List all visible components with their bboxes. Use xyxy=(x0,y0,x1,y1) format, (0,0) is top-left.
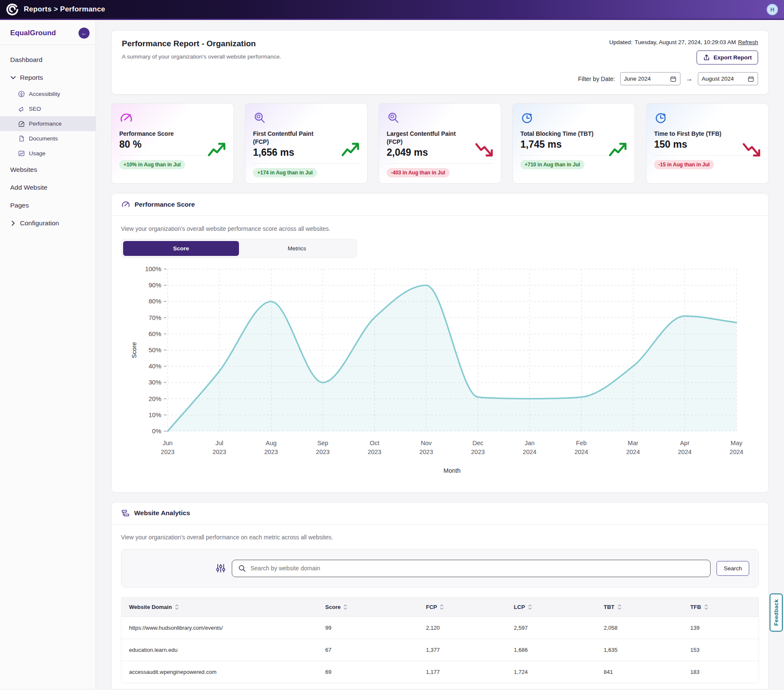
breadcrumb: Reports > Performance xyxy=(24,5,105,14)
svg-text:2023: 2023 xyxy=(264,449,278,455)
tab-metrics[interactable]: Metrics xyxy=(239,241,355,256)
sidebar-item-label: Configuration xyxy=(20,219,59,227)
svg-text:60%: 60% xyxy=(149,330,161,337)
sidebar-item-configuration[interactable]: Configuration xyxy=(0,214,96,232)
svg-text:20%: 20% xyxy=(149,395,161,402)
sidebar-item-seo[interactable]: SEO xyxy=(0,101,96,116)
metric-cell: 153 xyxy=(683,647,759,653)
page-subtitle: A summary of your organization's overall… xyxy=(122,53,281,60)
refresh-link[interactable]: Refresh xyxy=(738,39,758,45)
speedometer-icon xyxy=(121,200,130,209)
metric-cell: 183 xyxy=(683,669,759,675)
sidebar-item-add-website[interactable]: Add Website xyxy=(0,179,96,196)
svg-text:Oct: Oct xyxy=(370,440,379,446)
search-input[interactable] xyxy=(250,565,704,572)
sidebar-item-performance[interactable]: Performance xyxy=(0,116,96,131)
performance-score-section: Performance Score View your organization… xyxy=(111,193,769,493)
search-icon xyxy=(238,564,246,572)
feedback-button[interactable]: Feedback xyxy=(770,593,783,631)
date-to-input[interactable]: August 2024 xyxy=(698,72,758,85)
metric-cards-row: Performance Score80 %+10% in Aug than in… xyxy=(111,103,769,184)
svg-text:Apr: Apr xyxy=(680,440,690,446)
column-header-website-domain[interactable]: Website Domain xyxy=(121,604,318,610)
metric-change-badge: -15 in Aug than in Jul xyxy=(654,160,714,169)
metric-label: Performance Score xyxy=(119,130,196,138)
table-header-row: Website DomainScoreFCPLCPTBTTFB xyxy=(121,597,759,617)
sidebar-item-label: Performance xyxy=(29,121,62,127)
document-icon xyxy=(18,135,25,142)
sidebar-item-websites[interactable]: Websites xyxy=(0,161,96,179)
column-header-score[interactable]: Score xyxy=(318,604,418,610)
card-divider xyxy=(253,163,360,164)
column-header-label: Website Domain xyxy=(129,604,172,610)
sidebar-item-label: Websites xyxy=(10,166,37,174)
search-button[interactable]: Search xyxy=(717,561,749,576)
column-header-tbt[interactable]: TBT xyxy=(596,604,683,610)
svg-text:80%: 80% xyxy=(149,297,161,305)
sidebar-item-label: Documents xyxy=(29,135,58,142)
usage-icon xyxy=(18,150,25,157)
table-row[interactable]: education.learn.edu671,3771,6861,635153 xyxy=(121,639,759,661)
magnifier-paint-icon xyxy=(387,111,400,125)
sidebar-item-label: SEO xyxy=(29,106,41,112)
svg-text:2023: 2023 xyxy=(368,449,381,455)
export-report-button[interactable]: Export Report xyxy=(697,50,758,65)
speedometer-icon xyxy=(119,111,133,125)
table-row[interactable]: https://www.hudsonlibrary.com/events/992… xyxy=(121,617,759,639)
svg-text:Score: Score xyxy=(131,342,138,358)
metric-label: Total Blocking Time (TBT) xyxy=(520,130,597,138)
sidebar-item-label: Add Website xyxy=(10,184,48,191)
svg-text:2023: 2023 xyxy=(471,449,485,455)
metric-cell: 1,635 xyxy=(596,647,683,653)
sidebar-item-usage[interactable]: Usage xyxy=(0,146,96,161)
metric-cell: 1,686 xyxy=(506,647,596,653)
sidebar-item-pages[interactable]: Pages xyxy=(0,196,96,214)
date-from-input[interactable]: June 2024 xyxy=(620,72,680,85)
svg-text:Jan: Jan xyxy=(525,440,534,446)
metric-change-badge: +710 in Aug than in Jul xyxy=(520,160,584,169)
svg-text:2023: 2023 xyxy=(161,449,174,455)
column-header-lcp[interactable]: LCP xyxy=(506,604,596,610)
svg-text:40%: 40% xyxy=(149,362,161,370)
clock-icon xyxy=(654,111,668,125)
metric-card-3: Largest Contentful Paint (FCP)2,049 ms-4… xyxy=(379,103,501,184)
chevron-right-icon xyxy=(10,220,16,226)
arrow-right-icon: → xyxy=(686,75,693,83)
svg-text:90%: 90% xyxy=(149,281,161,289)
user-avatar[interactable]: H xyxy=(767,4,778,15)
report-header-card: Performance Report - Organization A summ… xyxy=(111,30,769,95)
clock-icon xyxy=(520,111,534,125)
table-row[interactable]: accessaudit.wpenginepowered.com691,1771,… xyxy=(121,661,759,683)
sort-icon xyxy=(617,604,624,610)
website-domain-cell: education.learn.edu xyxy=(121,647,318,653)
analytics-table: Website DomainScoreFCPLCPTBTTFB https://… xyxy=(121,597,759,683)
sidebar-item-accessibility[interactable]: Accessibility xyxy=(0,87,96,101)
column-header-fcp[interactable]: FCP xyxy=(418,604,506,610)
pagination: «‹1›» xyxy=(121,683,759,689)
performance-icon xyxy=(18,120,25,127)
sidebar-item-documents[interactable]: Documents xyxy=(0,131,96,146)
sidebar-collapse-button[interactable]: ← xyxy=(79,28,90,39)
metric-label: Time to First Byte (TFB) xyxy=(654,130,731,138)
website-analytics-section: Website Analytics View your organization… xyxy=(111,502,769,689)
svg-text:30%: 30% xyxy=(149,379,161,386)
trend-down-icon xyxy=(742,140,761,159)
section-description: View your organization's overall website… xyxy=(121,225,759,232)
svg-text:May: May xyxy=(731,440,742,446)
filter-sliders-icon[interactable] xyxy=(216,563,226,574)
sidebar-item-reports[interactable]: Reports xyxy=(0,69,96,87)
column-header-tfb[interactable]: TFB xyxy=(683,604,759,610)
svg-text:Jul: Jul xyxy=(216,440,224,446)
updated-label: Updated: xyxy=(609,39,632,45)
svg-text:2024: 2024 xyxy=(574,449,588,455)
svg-text:0%: 0% xyxy=(152,427,161,435)
sidebar-item-dashboard[interactable]: Dashboard xyxy=(0,51,96,69)
tab-score[interactable]: Score xyxy=(123,241,239,256)
filter-by-date-label: Filter by Date: xyxy=(578,76,615,82)
sidebar-item-label: Accessibility xyxy=(29,91,60,97)
svg-text:Mar: Mar xyxy=(628,440,638,446)
svg-text:2024: 2024 xyxy=(626,449,640,455)
trend-down-icon xyxy=(475,140,493,159)
metric-cell: 67 xyxy=(318,647,418,653)
svg-text:Month: Month xyxy=(444,467,461,474)
